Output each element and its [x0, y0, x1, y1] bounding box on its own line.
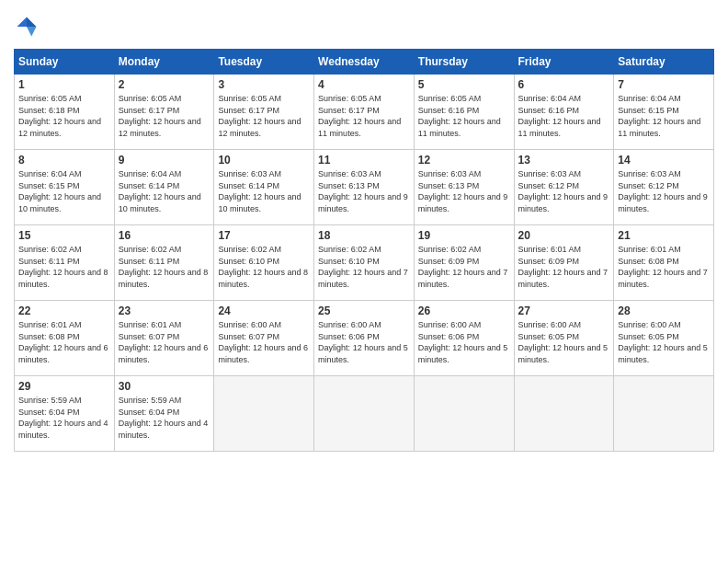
calendar-cell: 13Sunrise: 6:03 AMSunset: 6:12 PMDayligh…	[514, 150, 614, 225]
calendar-cell: 19Sunrise: 6:02 AMSunset: 6:09 PMDayligh…	[414, 225, 514, 301]
svg-marker-2	[17, 17, 28, 28]
day-number: 3	[218, 78, 310, 91]
day-info: Sunrise: 6:00 AMSunset: 6:05 PMDaylight:…	[618, 319, 710, 365]
calendar-cell: 26Sunrise: 6:00 AMSunset: 6:06 PMDayligh…	[414, 301, 514, 376]
calendar-cell	[214, 376, 314, 452]
day-number: 30	[119, 380, 210, 393]
day-info: Sunrise: 6:01 AMSunset: 6:08 PMDaylight:…	[18, 319, 110, 365]
day-info: Sunrise: 6:01 AMSunset: 6:07 PMDaylight:…	[119, 319, 210, 365]
calendar-cell: 20Sunrise: 6:01 AMSunset: 6:09 PMDayligh…	[514, 225, 614, 301]
day-info: Sunrise: 6:02 AMSunset: 6:11 PMDaylight:…	[119, 244, 210, 290]
calendar-row: 1Sunrise: 6:05 AMSunset: 6:18 PMDaylight…	[15, 75, 714, 150]
calendar-cell: 23Sunrise: 6:01 AMSunset: 6:07 PMDayligh…	[114, 301, 214, 376]
calendar-cell: 5Sunrise: 6:05 AMSunset: 6:16 PMDaylight…	[414, 75, 514, 150]
day-info: Sunrise: 6:03 AMSunset: 6:12 PMDaylight:…	[518, 168, 610, 214]
day-number: 1	[18, 78, 110, 91]
calendar-cell	[414, 376, 514, 452]
day-number: 20	[518, 229, 610, 242]
day-info: Sunrise: 6:03 AMSunset: 6:13 PMDaylight:…	[318, 168, 410, 214]
logo-icon	[14, 14, 40, 40]
day-number: 29	[18, 380, 110, 393]
day-info: Sunrise: 6:02 AMSunset: 6:10 PMDaylight:…	[318, 244, 410, 290]
calendar-cell: 16Sunrise: 6:02 AMSunset: 6:11 PMDayligh…	[114, 225, 214, 301]
day-info: Sunrise: 6:00 AMSunset: 6:06 PMDaylight:…	[418, 319, 510, 365]
calendar-cell: 22Sunrise: 6:01 AMSunset: 6:08 PMDayligh…	[15, 301, 115, 376]
day-info: Sunrise: 6:05 AMSunset: 6:17 PMDaylight:…	[119, 93, 210, 139]
day-number: 9	[119, 154, 210, 167]
calendar-cell: 11Sunrise: 6:03 AMSunset: 6:13 PMDayligh…	[314, 150, 415, 225]
day-info: Sunrise: 5:59 AMSunset: 6:04 PMDaylight:…	[18, 395, 110, 441]
day-number: 13	[518, 154, 610, 167]
col-tuesday: Tuesday	[214, 50, 314, 75]
calendar-cell	[314, 376, 415, 452]
calendar-cell: 6Sunrise: 6:04 AMSunset: 6:16 PMDaylight…	[514, 75, 614, 150]
day-number: 14	[618, 154, 710, 167]
calendar-cell: 2Sunrise: 6:05 AMSunset: 6:17 PMDaylight…	[114, 75, 214, 150]
day-number: 12	[418, 154, 510, 167]
calendar-cell: 10Sunrise: 6:03 AMSunset: 6:14 PMDayligh…	[214, 150, 314, 225]
day-info: Sunrise: 6:04 AMSunset: 6:16 PMDaylight:…	[518, 93, 610, 139]
day-number: 11	[318, 154, 410, 167]
day-number: 16	[119, 229, 210, 242]
day-number: 10	[218, 154, 310, 167]
day-number: 18	[318, 229, 410, 242]
day-number: 19	[418, 229, 510, 242]
calendar-table: Sunday Monday Tuesday Wednesday Thursday…	[14, 49, 714, 452]
day-info: Sunrise: 6:00 AMSunset: 6:06 PMDaylight:…	[318, 319, 410, 365]
calendar-cell: 1Sunrise: 6:05 AMSunset: 6:18 PMDaylight…	[15, 75, 115, 150]
calendar-row: 8Sunrise: 6:04 AMSunset: 6:15 PMDaylight…	[15, 150, 714, 225]
calendar-cell: 25Sunrise: 6:00 AMSunset: 6:06 PMDayligh…	[314, 301, 415, 376]
calendar-cell: 4Sunrise: 6:05 AMSunset: 6:17 PMDaylight…	[314, 75, 415, 150]
calendar-cell: 28Sunrise: 6:00 AMSunset: 6:05 PMDayligh…	[614, 301, 714, 376]
day-info: Sunrise: 6:05 AMSunset: 6:16 PMDaylight:…	[418, 93, 510, 139]
calendar-cell: 18Sunrise: 6:02 AMSunset: 6:10 PMDayligh…	[314, 225, 415, 301]
calendar-cell: 30Sunrise: 5:59 AMSunset: 6:04 PMDayligh…	[114, 376, 214, 452]
col-saturday: Saturday	[614, 50, 714, 75]
calendar-cell	[514, 376, 614, 452]
day-info: Sunrise: 6:03 AMSunset: 6:12 PMDaylight:…	[618, 168, 710, 214]
calendar-cell: 8Sunrise: 6:04 AMSunset: 6:15 PMDaylight…	[15, 150, 115, 225]
svg-marker-0	[27, 17, 37, 28]
day-number: 27	[518, 304, 610, 317]
col-wednesday: Wednesday	[314, 50, 415, 75]
day-info: Sunrise: 6:04 AMSunset: 6:14 PMDaylight:…	[119, 168, 210, 214]
day-info: Sunrise: 6:02 AMSunset: 6:11 PMDaylight:…	[18, 244, 110, 290]
day-info: Sunrise: 6:05 AMSunset: 6:17 PMDaylight:…	[218, 93, 310, 139]
day-info: Sunrise: 6:00 AMSunset: 6:07 PMDaylight:…	[218, 319, 310, 365]
day-info: Sunrise: 6:04 AMSunset: 6:15 PMDaylight:…	[618, 93, 710, 139]
day-number: 21	[618, 229, 710, 242]
calendar-cell: 21Sunrise: 6:01 AMSunset: 6:08 PMDayligh…	[614, 225, 714, 301]
day-info: Sunrise: 6:01 AMSunset: 6:08 PMDaylight:…	[618, 244, 710, 290]
day-number: 24	[218, 304, 310, 317]
day-info: Sunrise: 6:02 AMSunset: 6:10 PMDaylight:…	[218, 244, 310, 290]
logo	[14, 14, 43, 40]
day-info: Sunrise: 6:02 AMSunset: 6:09 PMDaylight:…	[418, 244, 510, 290]
calendar-cell: 17Sunrise: 6:02 AMSunset: 6:10 PMDayligh…	[214, 225, 314, 301]
day-number: 28	[618, 304, 710, 317]
calendar-cell: 3Sunrise: 6:05 AMSunset: 6:17 PMDaylight…	[214, 75, 314, 150]
day-info: Sunrise: 6:03 AMSunset: 6:14 PMDaylight:…	[218, 168, 310, 214]
day-number: 2	[119, 78, 210, 91]
calendar-row: 22Sunrise: 6:01 AMSunset: 6:08 PMDayligh…	[15, 301, 714, 376]
day-number: 22	[18, 304, 110, 317]
day-info: Sunrise: 6:03 AMSunset: 6:13 PMDaylight:…	[418, 168, 510, 214]
day-number: 8	[18, 154, 110, 167]
day-number: 26	[418, 304, 510, 317]
day-number: 17	[218, 229, 310, 242]
col-friday: Friday	[514, 50, 614, 75]
day-info: Sunrise: 6:00 AMSunset: 6:05 PMDaylight:…	[518, 319, 610, 365]
page-container: Sunday Monday Tuesday Wednesday Thursday…	[0, 0, 728, 461]
calendar-cell: 15Sunrise: 6:02 AMSunset: 6:11 PMDayligh…	[15, 225, 115, 301]
day-number: 23	[119, 304, 210, 317]
calendar-cell: 7Sunrise: 6:04 AMSunset: 6:15 PMDaylight…	[614, 75, 714, 150]
calendar-cell: 14Sunrise: 6:03 AMSunset: 6:12 PMDayligh…	[614, 150, 714, 225]
day-number: 5	[418, 78, 510, 91]
calendar-cell: 29Sunrise: 5:59 AMSunset: 6:04 PMDayligh…	[15, 376, 115, 452]
calendar-cell: 12Sunrise: 6:03 AMSunset: 6:13 PMDayligh…	[414, 150, 514, 225]
page-header	[14, 14, 714, 40]
day-number: 7	[618, 78, 710, 91]
calendar-cell: 9Sunrise: 6:04 AMSunset: 6:14 PMDaylight…	[114, 150, 214, 225]
calendar-row: 29Sunrise: 5:59 AMSunset: 6:04 PMDayligh…	[15, 376, 714, 452]
col-monday: Monday	[114, 50, 214, 75]
day-number: 4	[318, 78, 410, 91]
